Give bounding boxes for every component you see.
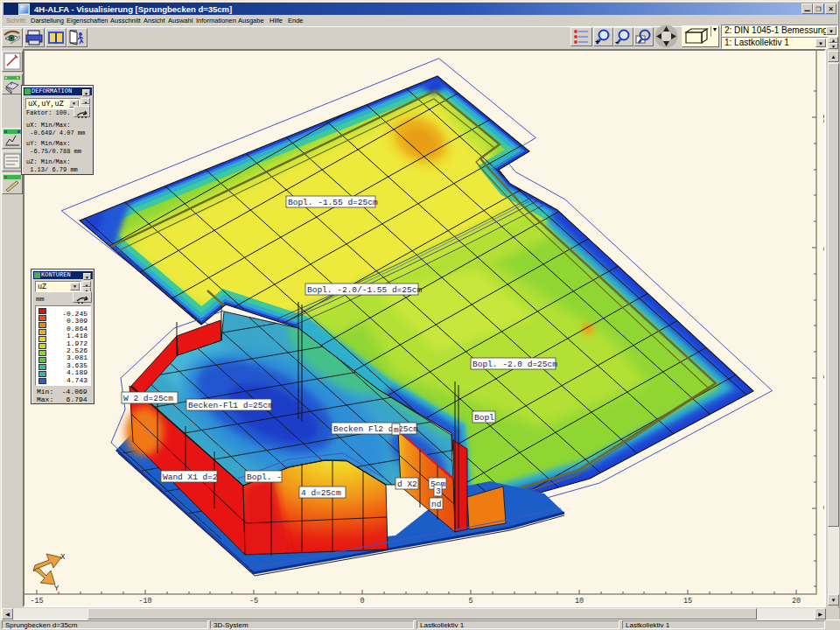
svg-text:X: X: [60, 553, 66, 562]
svg-text:-10: -10: [138, 597, 151, 604]
svg-text:Bopl. -2.0 d=25cm: Bopl. -2.0 d=25cm: [472, 360, 557, 369]
svg-text:0: 0: [821, 374, 824, 379]
svg-text:5: 5: [821, 505, 824, 509]
svg-text:0: 0: [360, 597, 364, 604]
svg-text:10: 10: [575, 597, 584, 604]
svg-text:5: 5: [468, 597, 472, 604]
svg-text:m: m: [394, 425, 399, 435]
svg-text:nd: nd: [431, 500, 441, 509]
svg-text:-5: -5: [821, 242, 824, 252]
svg-text:-15: -15: [30, 597, 43, 604]
svg-text:Bopl: Bopl: [474, 413, 494, 423]
svg-text:Becken-Fl1 d=25cm: Becken-Fl1 d=25cm: [188, 401, 273, 410]
svg-text:Bopl. -1.55 d=25cm: Bopl. -1.55 d=25cm: [288, 198, 378, 207]
svg-text:3: 3: [436, 486, 441, 496]
svg-text:Becken Fl2 d=25cm: Becken Fl2 d=25cm: [333, 424, 418, 434]
svg-text:-5: -5: [249, 597, 258, 604]
svg-text:20: 20: [792, 597, 801, 604]
svg-text:+: +: [595, 38, 599, 46]
svg-text:Bopl. -2.0/-1.55 d=25cm: Bopl. -2.0/-1.55 d=25cm: [307, 285, 422, 295]
svg-text:15: 15: [683, 597, 692, 604]
svg-text:W 2 d=25cm: W 2 d=25cm: [123, 394, 173, 403]
svg-text:d X2: d X2: [397, 480, 417, 489]
svg-text:4 d=25cm: 4 d=25cm: [301, 488, 341, 498]
svg-text:Wand X1 d=2: Wand X1 d=2: [163, 472, 218, 482]
svg-text:-10: -10: [821, 109, 824, 123]
svg-text:Bopl. -: Bopl. -: [247, 472, 282, 482]
svg-text:-: -: [615, 36, 619, 46]
